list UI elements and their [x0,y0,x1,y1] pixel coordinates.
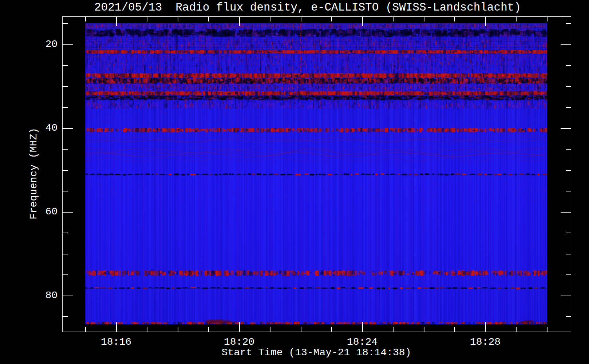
x-tick-top [547,17,548,21]
y-tick [63,191,68,191]
y-tick-label: 80 [28,289,58,302]
y-tick [63,86,68,87]
y-tick [63,274,68,275]
x-tick-top [208,17,209,21]
y-tick [63,107,68,108]
x-tick [208,327,209,332]
y-tick-right [566,23,571,24]
x-tick [178,327,178,332]
y-tick-right [566,86,571,87]
x-tick-label: 18:16 [91,336,142,348]
x-tick-top [301,17,301,21]
plot-frame: 18:1618:2018:2418:2820406080 [62,16,571,332]
x-tick [147,327,147,332]
y-tick-right [566,233,571,233]
x-tick [516,327,517,332]
y-tick-right [566,316,571,317]
x-tick-top [85,17,86,21]
y-tick [63,23,68,24]
x-tick-label: 18:20 [214,336,265,348]
y-tick [63,296,73,296]
x-tick [424,327,424,332]
y-tick [63,65,68,66]
x-tick-top [516,17,517,21]
x-tick [485,322,486,332]
y-tick-right [561,212,571,213]
x-tick-label: 18:24 [337,336,388,348]
y-tick [63,316,68,317]
x-tick-top [239,17,240,26]
y-tick [63,128,73,129]
y-tick [63,170,68,171]
x-tick-top [270,17,270,21]
chart-title: 2021/05/13 Radio flux density, e-CALLIST… [26,1,589,14]
y-tick [63,44,73,45]
y-tick [63,212,73,213]
spectrogram-canvas [85,23,547,324]
x-tick-top [147,17,147,21]
y-tick-right [561,128,571,129]
y-axis-title: Frequency (MHZ) [27,83,40,265]
x-tick [362,322,363,332]
y-tick-right [566,149,571,150]
y-tick [63,149,68,150]
x-tick-top [424,17,424,21]
y-tick [63,254,68,254]
stage: 2021/05/13 Radio flux density, e-CALLIST… [0,0,589,364]
x-tick-top [331,17,332,21]
x-tick [301,327,301,332]
y-tick-right [566,274,571,275]
x-tick-top [178,17,178,21]
x-axis-title: Start Time (13-May-21 18:14:38) [62,347,570,359]
x-tick [547,327,548,332]
y-tick-right [561,296,571,296]
x-tick [270,327,270,332]
x-tick [85,327,86,332]
x-tick [331,327,332,332]
x-tick [239,322,240,332]
x-tick [116,322,117,332]
y-tick-right [566,107,571,108]
x-tick [454,327,455,332]
y-tick [63,233,68,233]
x-tick-top [362,17,363,26]
y-tick-right [566,191,571,191]
x-tick-top [485,17,486,26]
x-tick-top [454,17,455,21]
y-tick-label: 20 [28,38,58,51]
x-tick-top [116,17,117,26]
y-tick-right [566,65,571,66]
x-tick [393,327,394,332]
x-tick-label: 18:28 [460,336,511,348]
y-tick-right [566,254,571,254]
y-tick-right [561,44,571,45]
y-tick-right [566,170,571,171]
x-tick-top [393,17,394,21]
